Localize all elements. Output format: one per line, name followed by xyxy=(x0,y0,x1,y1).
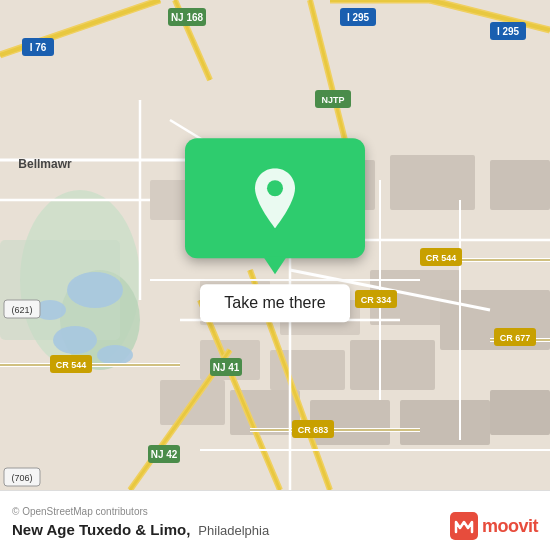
svg-rect-23 xyxy=(390,155,475,210)
moovit-text: moovit xyxy=(482,516,538,537)
popup-bubble xyxy=(185,138,365,258)
svg-text:NJ 42: NJ 42 xyxy=(151,449,178,460)
location-pin-icon xyxy=(249,168,301,228)
svg-text:Bellmawr: Bellmawr xyxy=(18,157,72,171)
svg-text:NJ 168: NJ 168 xyxy=(171,12,204,23)
svg-point-5 xyxy=(53,326,97,354)
svg-text:NJ 41: NJ 41 xyxy=(213,362,240,373)
svg-point-90 xyxy=(267,180,283,196)
svg-text:I 295: I 295 xyxy=(497,26,520,37)
svg-text:(621): (621) xyxy=(11,305,32,315)
take-me-there-button[interactable]: Take me there xyxy=(200,284,349,322)
business-name: New Age Tuxedo & Limo, xyxy=(12,521,190,538)
svg-rect-24 xyxy=(490,160,550,210)
svg-rect-13 xyxy=(350,340,435,390)
moovit-logo-icon xyxy=(450,512,478,540)
svg-text:NJTP: NJTP xyxy=(321,95,344,105)
svg-text:I 295: I 295 xyxy=(347,12,370,23)
svg-text:CR 334: CR 334 xyxy=(361,295,392,305)
svg-rect-91 xyxy=(450,512,478,540)
moovit-logo: moovit xyxy=(450,512,538,540)
svg-point-4 xyxy=(67,272,123,308)
svg-rect-19 xyxy=(490,390,550,435)
svg-text:(706): (706) xyxy=(11,473,32,483)
svg-text:I 76: I 76 xyxy=(30,42,47,53)
svg-text:CR 544: CR 544 xyxy=(56,360,87,370)
popup-overlay: Take me there xyxy=(185,138,365,322)
svg-rect-18 xyxy=(400,400,490,445)
map-container: I 76 NJ 168 I 295 I 295 NJTP NJ 41 NJ 42… xyxy=(0,0,550,490)
bottom-bar: © OpenStreetMap contributors New Age Tux… xyxy=(0,490,550,550)
business-city: Philadelphia xyxy=(198,523,269,538)
svg-text:CR 683: CR 683 xyxy=(298,425,329,435)
svg-text:CR 677: CR 677 xyxy=(500,333,531,343)
svg-point-6 xyxy=(97,345,133,365)
svg-text:CR 544: CR 544 xyxy=(426,253,457,263)
